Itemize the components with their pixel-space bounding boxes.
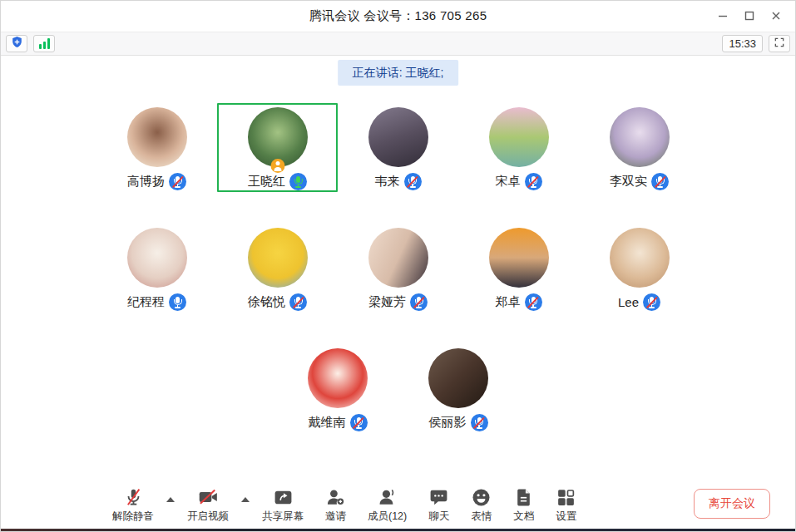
network-signal-button[interactable] <box>33 35 55 52</box>
share-screen-icon <box>273 486 294 508</box>
participant-cell[interactable]: 戴维南 <box>278 344 398 433</box>
toolbar-label: 表情 <box>471 510 492 524</box>
participant-cell[interactable]: 宋卓 <box>458 103 579 192</box>
participant-cell[interactable]: 韦来 <box>338 103 458 192</box>
mic-muted-icon[interactable] <box>651 173 669 190</box>
toolbar-start-video-button[interactable]: 开启视频 <box>176 486 240 529</box>
chevron-up-icon[interactable] <box>241 497 250 502</box>
toolbar-chat-button[interactable]: 聊天 <box>418 486 460 529</box>
toolbar-label: 设置 <box>556 510 576 524</box>
mic-muted-icon[interactable] <box>525 293 542 311</box>
chat-icon <box>428 486 449 508</box>
toolbar-unmute-button[interactable]: 解除静音 <box>101 486 165 529</box>
avatar-wrap <box>489 107 549 167</box>
participant-cell[interactable]: 徐铭悦 <box>217 224 338 313</box>
name-row: 宋卓 <box>496 173 542 190</box>
participant-name: Lee <box>618 295 639 309</box>
participant-name: 韦来 <box>375 174 400 190</box>
leave-meeting-button[interactable]: 离开会议 <box>694 489 770 519</box>
avatar-wrap <box>308 348 368 408</box>
meeting-toolbar-top: 15:33 <box>0 32 796 56</box>
participant-row: 纪程程徐铭悦梁娅芳郑卓Lee <box>0 224 796 313</box>
toolbar-label: 开启视频 <box>187 510 229 524</box>
participant-row: 高博扬王晓红韦来宋卓李双实 <box>0 103 796 192</box>
shield-health-icon <box>11 36 23 52</box>
avatar <box>308 348 368 408</box>
window-title: 腾讯会议 会议号：136 705 265 <box>309 8 487 24</box>
participant-name: 高博扬 <box>127 174 165 190</box>
participant-cell[interactable]: Lee <box>579 224 700 313</box>
toolbar-label: 邀请 <box>325 510 346 524</box>
network-signal-icon <box>39 38 50 49</box>
meeting-toolbar-bottom: 解除静音开启视频共享屏幕邀请成员(12)聊天表情文档设置 离开会议 <box>0 484 796 529</box>
toolbar-settings-button[interactable]: 设置 <box>545 486 587 529</box>
window-controls <box>709 0 789 32</box>
participant-row: 戴维南侯丽影 <box>0 344 796 433</box>
avatar <box>368 107 428 167</box>
toolbar-members-button[interactable]: 成员(12) <box>357 486 418 529</box>
mic-muted-icon[interactable] <box>471 414 488 431</box>
participant-cell[interactable]: 李双实 <box>579 103 700 192</box>
minimize-button[interactable] <box>709 3 736 28</box>
members-icon <box>377 486 398 508</box>
speaking-banner: 正在讲话: 王晓红; <box>338 60 459 86</box>
mic-muted-icon[interactable] <box>404 173 422 190</box>
toolbar-share-screen-button[interactable]: 共享屏幕 <box>251 486 314 529</box>
invite-icon <box>325 486 346 508</box>
toolbar-emoji-button[interactable]: 表情 <box>460 486 502 529</box>
name-row: 梁娅芳 <box>368 293 428 311</box>
participant-cell[interactable]: 梁娅芳 <box>338 224 458 313</box>
participant-name: 纪程程 <box>127 294 165 310</box>
mic-speaking-icon[interactable] <box>289 173 307 190</box>
mic-muted-icon[interactable] <box>350 414 368 431</box>
participant-name: 宋卓 <box>496 174 521 190</box>
name-row: Lee <box>618 293 660 311</box>
fullscreen-icon <box>774 37 785 52</box>
avatar <box>127 228 187 288</box>
toolbar-invite-button[interactable]: 邀请 <box>314 486 357 529</box>
participant-name: 徐铭悦 <box>248 294 285 310</box>
meeting-health-button[interactable] <box>6 35 27 52</box>
close-button[interactable] <box>763 3 789 28</box>
participant-cell[interactable]: 王晓红 <box>217 103 338 192</box>
emoji-icon <box>471 486 492 508</box>
avatar-wrap <box>489 228 549 288</box>
document-icon <box>513 486 534 508</box>
settings-icon <box>556 486 576 508</box>
avatar <box>368 228 428 288</box>
name-row: 韦来 <box>375 173 422 190</box>
mic-muted-icon[interactable] <box>643 293 660 311</box>
avatar-wrap <box>248 228 308 288</box>
fullscreen-button[interactable] <box>769 35 790 52</box>
participant-name: 侯丽影 <box>429 415 467 431</box>
avatar-wrap <box>428 348 488 408</box>
avatar-wrap <box>248 107 308 167</box>
toolbar-docs-button[interactable]: 文档 <box>502 486 545 529</box>
avatar <box>127 107 187 167</box>
participant-name: 李双实 <box>610 174 647 190</box>
camera-muted-icon <box>197 486 219 508</box>
mic-muted-icon[interactable] <box>289 293 307 311</box>
participant-name: 戴维南 <box>309 415 346 431</box>
participant-cell[interactable]: 高博扬 <box>96 103 217 192</box>
mic-muted-icon[interactable] <box>169 173 186 190</box>
mic-muted-icon[interactable] <box>410 293 428 311</box>
name-row: 徐铭悦 <box>248 293 307 311</box>
participant-cell[interactable]: 纪程程 <box>96 224 217 313</box>
maximize-button[interactable] <box>736 3 763 28</box>
chevron-up-icon[interactable] <box>166 497 175 502</box>
participant-cell[interactable]: 郑卓 <box>458 224 579 313</box>
title-bar: 腾讯会议 会议号：136 705 265 <box>0 0 796 32</box>
name-row: 戴维南 <box>309 414 368 431</box>
avatar-wrap <box>368 107 428 167</box>
participant-name: 梁娅芳 <box>368 294 406 310</box>
toolbar-label: 共享屏幕 <box>262 510 304 524</box>
mic-muted-icon[interactable] <box>525 173 542 190</box>
participant-cell[interactable]: 侯丽影 <box>398 344 519 433</box>
avatar-wrap <box>610 107 670 167</box>
name-row: 郑卓 <box>496 293 542 311</box>
mic-active-icon[interactable] <box>169 293 186 311</box>
avatar <box>489 228 549 288</box>
name-row: 高博扬 <box>127 173 186 190</box>
avatar-wrap <box>127 107 187 167</box>
